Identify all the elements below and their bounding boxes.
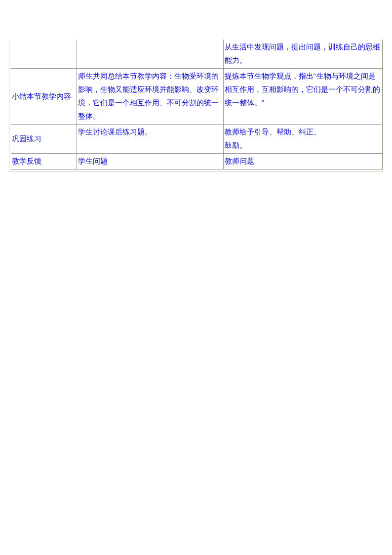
table-row: 小结本节教学内容 师生共同总结本节教学内容：生物受环境的影响，生物又能适应环境并… (11, 69, 383, 125)
cell-student (77, 40, 223, 69)
cell-section: 教学反馈 (11, 154, 77, 170)
cell-section: 巩固练习 (11, 125, 77, 154)
cell-teacher: 从生活中发现问题，提出问题，训练自己的思维能力。 (223, 40, 383, 69)
cell-student: 师生共同总结本节教学内容：生物受环境的影响，生物又能适应环境并能影响、改变环境，… (77, 69, 223, 125)
cell-text-line: 教师给予引导、帮助、纠正、 (225, 128, 321, 136)
cell-text-line: 鼓励。 (225, 141, 247, 149)
lesson-table: 从生活中发现问题，提出问题，训练自己的思维能力。 小结本节教学内容 师生共同总结… (11, 40, 383, 170)
cell-section (11, 40, 77, 69)
outer-frame: 从生活中发现问题，提出问题，训练自己的思维能力。 小结本节教学内容 师生共同总结… (9, 40, 383, 171)
table-row: 教学反馈 学生问题 教师问题 (11, 154, 383, 170)
cell-teacher: 教师问题 (223, 154, 383, 170)
cell-student: 学生讨论课后练习题。 (77, 125, 223, 154)
cell-teacher: 提炼本节生物学观点，指出"生物与环境之间是相互作用，互相影响的，它们是一个不可分… (223, 69, 383, 125)
table-row: 巩固练习 学生讨论课后练习题。 教师给予引导、帮助、纠正、 鼓励。 (11, 125, 383, 154)
cell-section: 小结本节教学内容 (11, 69, 77, 125)
table-row: 从生活中发现问题，提出问题，训练自己的思维能力。 (11, 40, 383, 69)
cell-teacher: 教师给予引导、帮助、纠正、 鼓励。 (223, 125, 383, 154)
cell-student: 学生问题 (77, 154, 223, 170)
